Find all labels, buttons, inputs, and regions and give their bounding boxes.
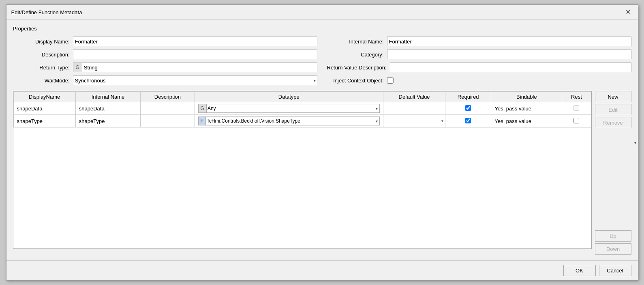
inject-context-label: Inject Context Object: — [327, 78, 384, 84]
description-input[interactable] — [73, 50, 317, 59]
properties-section-title: Properties — [13, 26, 631, 32]
required-checkbox[interactable] — [465, 118, 471, 123]
display-name-label: Display Name: — [13, 39, 70, 45]
cancel-button[interactable]: Cancel — [599, 265, 631, 276]
rest-checkbox[interactable] — [573, 118, 579, 123]
remove-button[interactable]: Remove — [595, 117, 631, 128]
display-name-input[interactable] — [73, 37, 317, 46]
waitmode-label: WaitMode: — [13, 78, 70, 84]
cell-internalname: shapeType — [75, 115, 140, 127]
dialog-body: Properties Display Name: Internal Name: … — [6, 20, 638, 260]
dialog-footer: OK Cancel — [6, 260, 638, 280]
waitmode-select-wrapper: Synchronous Asynchronous ▾ — [73, 76, 317, 85]
cell-rest — [562, 115, 591, 127]
inject-context-checkbox[interactable] — [387, 77, 394, 84]
category-input[interactable] — [387, 50, 631, 59]
category-row: Category: — [327, 50, 631, 59]
cell-required — [445, 102, 491, 115]
return-type-arrow-icon: ▾ — [634, 140, 636, 145]
datatype-arrow-icon: ▾ — [374, 106, 379, 111]
dialog: Edit/Define Function Metadata ✕ Properti… — [6, 4, 638, 281]
cell-rest — [562, 102, 591, 115]
cell-displayname: shapeType — [13, 115, 75, 127]
cell-description — [141, 115, 195, 127]
col-header-required: Required — [445, 92, 491, 102]
col-header-description: Description — [141, 92, 195, 102]
inject-context-row: Inject Context Object: — [327, 76, 631, 85]
rest-checkbox[interactable] — [573, 105, 579, 111]
default-val-arrow-icon: ▾ — [441, 119, 443, 123]
datatype-wrapper: G Any String Number ▾ — [198, 104, 380, 113]
datatype-select[interactable]: TcHmi.Controls.Beckhoff.Vision.ShapeType… — [206, 117, 374, 125]
cell-required — [445, 115, 491, 127]
cell-internalname: shapeData — [75, 102, 140, 115]
return-value-desc-row: Return Value Description: — [327, 63, 631, 72]
dialog-title: Edit/Define Function Metadata — [11, 9, 82, 15]
down-button[interactable]: Down — [595, 243, 631, 255]
display-name-row: Display Name: — [13, 37, 317, 46]
cell-bindable: Yes, pass value — [491, 115, 562, 127]
cell-description — [141, 102, 195, 115]
return-type-row: Return Type: G String Number Boolean ▾ — [13, 63, 317, 72]
side-buttons: New Edit Remove Up Down — [595, 91, 631, 255]
datatype-badge: F — [199, 117, 206, 125]
col-header-datatype: Datatype — [195, 92, 383, 102]
up-button[interactable]: Up — [595, 230, 631, 242]
internal-name-label: Internal Name: — [327, 39, 384, 45]
return-type-select[interactable]: String Number Boolean — [82, 63, 317, 72]
inject-context-wrapper — [387, 77, 394, 84]
datatype-badge: G — [199, 104, 207, 112]
table-row: shapeType shapeType F TcHmi.Controls.Bec… — [13, 115, 591, 127]
return-value-desc-label: Return Value Description: — [327, 65, 387, 71]
required-checkbox[interactable] — [465, 105, 471, 111]
col-header-displayname: DisplayName — [13, 92, 75, 102]
main-content: DisplayName Internal Name Description Da… — [13, 91, 631, 255]
close-button[interactable]: ✕ — [623, 8, 633, 16]
cell-bindable: Yes, pass value — [491, 102, 562, 115]
table-header-row: DisplayName Internal Name Description Da… — [13, 92, 591, 102]
col-header-rest: Rest — [562, 92, 591, 102]
table-row: shapeData shapeData G Any String — [13, 102, 591, 115]
table-container: DisplayName Internal Name Description Da… — [13, 91, 592, 249]
description-label: Description: — [13, 52, 70, 58]
cell-datatype: F TcHmi.Controls.Beckhoff.Vision.ShapeTy… — [195, 115, 383, 127]
category-label: Category: — [327, 52, 384, 58]
edit-button[interactable]: Edit — [595, 104, 631, 115]
properties-grid: Display Name: Internal Name: Description… — [13, 37, 631, 85]
title-bar: Edit/Define Function Metadata ✕ — [6, 5, 638, 20]
col-header-defaultvalue: Default Value — [383, 92, 445, 102]
params-table: DisplayName Internal Name Description Da… — [13, 91, 591, 127]
cell-displayname: shapeData — [13, 102, 75, 115]
cell-defaultvalue — [383, 102, 445, 115]
description-row: Description: — [13, 50, 317, 59]
internal-name-input[interactable] — [387, 37, 631, 46]
return-type-label: Return Type: — [13, 65, 70, 71]
new-button[interactable]: New — [595, 91, 631, 102]
ok-button[interactable]: OK — [563, 265, 596, 276]
cell-defaultvalue: ▾ — [383, 115, 445, 127]
datatype-arrow-icon: ▾ — [374, 119, 379, 123]
return-type-badge: G — [73, 63, 82, 72]
return-value-desc-input[interactable] — [390, 63, 631, 72]
waitmode-select[interactable]: Synchronous Asynchronous — [73, 76, 317, 85]
col-header-bindable: Bindable — [491, 92, 562, 102]
cell-datatype: G Any String Number ▾ — [195, 102, 383, 115]
internal-name-row: Internal Name: — [327, 37, 631, 46]
table-area: DisplayName Internal Name Description Da… — [13, 91, 592, 255]
datatype-select[interactable]: Any String Number — [207, 104, 374, 112]
datatype-wrapper: F TcHmi.Controls.Beckhoff.Vision.ShapeTy… — [198, 117, 380, 125]
waitmode-row: WaitMode: Synchronous Asynchronous ▾ — [13, 76, 317, 85]
return-type-wrapper: G String Number Boolean ▾ — [73, 63, 317, 72]
col-header-internalname: Internal Name — [75, 92, 140, 102]
